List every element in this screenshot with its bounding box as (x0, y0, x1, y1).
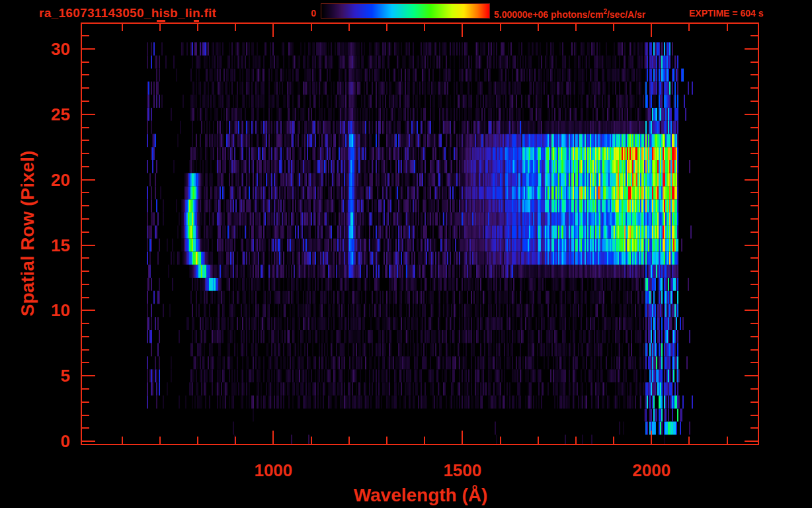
axis-tick (745, 245, 758, 246)
axis-tick (462, 24, 463, 37)
axis-tick (235, 437, 236, 444)
axis-tick (82, 127, 89, 128)
axis-tick (751, 388, 758, 390)
colorbar (321, 3, 490, 19)
axis-tick (82, 415, 89, 416)
axis-tick (82, 48, 95, 50)
axis-tick (751, 427, 758, 429)
colorbar-gradient (321, 4, 489, 18)
axis-tick (745, 375, 758, 376)
axis-tick (751, 297, 758, 298)
axis-tick (82, 388, 89, 390)
axis-tick (82, 153, 89, 154)
axis-tick (82, 218, 89, 220)
axis-tick (82, 427, 89, 429)
axis-tick (575, 24, 577, 31)
axis-tick (651, 24, 652, 37)
axis-tick (82, 349, 89, 351)
axis-tick (82, 323, 89, 324)
axis-tick (82, 87, 89, 89)
axis-tick (751, 323, 758, 324)
axis-tick (82, 310, 95, 311)
axis-tick (751, 218, 758, 220)
axis-tick (727, 437, 728, 444)
axis-tick (82, 362, 89, 363)
axis-tick (82, 232, 89, 233)
axis-tick (751, 35, 758, 36)
axis-tick (122, 24, 123, 31)
axis-tick (751, 415, 758, 416)
axis-tick (575, 437, 577, 444)
edge-artifact-mark (194, 20, 199, 22)
axis-tick (751, 166, 758, 167)
axis-tick (538, 24, 539, 31)
axis-tick (82, 245, 95, 246)
axis-tick (122, 437, 123, 444)
axis-tick (159, 437, 161, 444)
axis-tick (751, 74, 758, 75)
axis-tick (500, 437, 501, 444)
axis-tick (82, 35, 89, 36)
axis-tick (82, 62, 89, 63)
axis-tick (751, 362, 758, 363)
axis-tick (745, 179, 758, 181)
axis-tick (197, 24, 198, 31)
y-tick-label: 25 (11, 105, 70, 125)
axis-tick (424, 24, 425, 31)
axis-tick (745, 441, 758, 442)
y-tick-label: 20 (11, 170, 70, 190)
axis-tick (235, 24, 236, 31)
axis-tick (727, 24, 728, 31)
axis-tick (751, 192, 758, 193)
axis-tick (82, 166, 89, 167)
axis-tick (751, 284, 758, 285)
axis-tick (751, 87, 758, 89)
axis-tick (751, 402, 758, 403)
axis-tick (538, 437, 539, 444)
spectral-image-window: ra_160731143050_hisb_lin.fit 0 5.00000e+… (0, 0, 812, 508)
axis-tick (651, 431, 652, 444)
axis-tick (751, 232, 758, 233)
axis-tick (500, 24, 501, 31)
axis-tick (82, 297, 89, 298)
axis-tick (751, 153, 758, 154)
axis-tick (197, 437, 198, 444)
y-tick-label: 10 (11, 300, 70, 321)
axis-tick (82, 271, 89, 272)
axis-tick (82, 375, 95, 376)
axis-tick (751, 140, 758, 141)
axis-tick (82, 402, 89, 403)
axis-tick (348, 24, 350, 31)
axis-tick (82, 441, 95, 442)
axis-tick (82, 74, 89, 75)
spectrogram-image (82, 24, 758, 444)
axis-tick (82, 179, 95, 181)
axis-tick (82, 284, 89, 285)
axis-tick (424, 437, 425, 444)
axis-tick (751, 336, 758, 337)
axis-tick (745, 114, 758, 115)
axis-tick (272, 24, 274, 37)
axis-tick (82, 140, 89, 141)
axis-tick (82, 205, 89, 206)
axis-tick (613, 24, 614, 31)
exptime-label: EXPTIME = 604 s (689, 8, 763, 19)
x-tick-label: 1500 (443, 460, 481, 481)
axis-tick (745, 310, 758, 311)
axis-tick (82, 101, 89, 102)
axis-tick (751, 62, 758, 63)
colorbar-max-units: /sec/A/sr (607, 9, 645, 20)
axis-tick (751, 257, 758, 259)
axis-tick (688, 24, 690, 31)
plot-area (81, 22, 759, 445)
axis-tick (751, 349, 758, 351)
axis-tick (82, 336, 89, 337)
edge-artifact-mark (157, 20, 165, 22)
axis-tick (751, 205, 758, 206)
axis-tick (311, 437, 312, 444)
axis-tick (82, 114, 95, 115)
axis-tick (745, 48, 758, 50)
axis-tick (82, 192, 89, 193)
y-tick-label: 5 (11, 366, 70, 386)
page-title: ra_160731143050_hisb_lin.fit (39, 6, 216, 21)
